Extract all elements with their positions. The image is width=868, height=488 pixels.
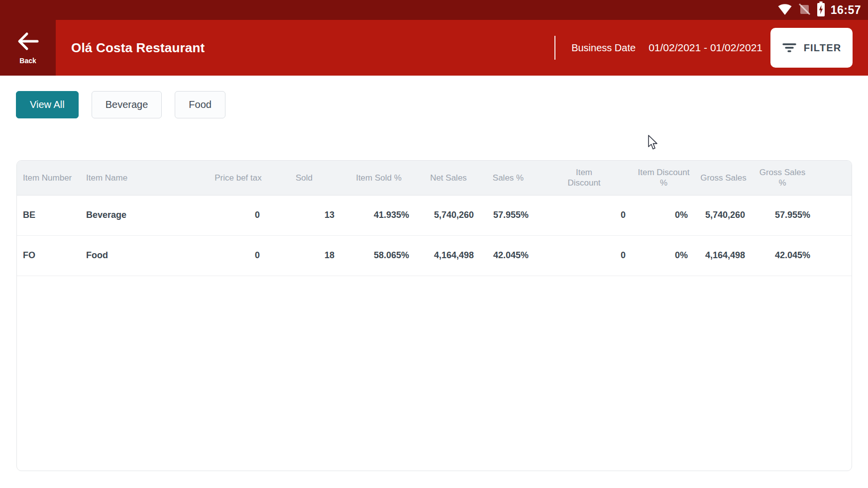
column-header: Item Discount xyxy=(536,161,633,195)
column-header: Sold xyxy=(267,161,341,195)
column-header: Item Discount % xyxy=(633,161,695,195)
column-header: Net Sales xyxy=(416,161,481,195)
wifi-icon xyxy=(777,2,793,18)
status-bar: 16:57 xyxy=(0,0,868,20)
table-cell: Beverage xyxy=(85,195,210,235)
table-row[interactable]: FOFood01858.065%4,164,49842.045%00%4,164… xyxy=(17,235,852,276)
back-label: Back xyxy=(19,57,36,65)
tab-food[interactable]: Food xyxy=(175,91,225,118)
table-cell: Food xyxy=(85,235,210,276)
status-icons: 16:57 xyxy=(777,0,861,20)
app-bar-right: Business Date 01/02/2021 - 01/02/2021 FI… xyxy=(554,28,868,68)
table-row[interactable]: BEBeverage01341.935%5,740,26057.955%00%5… xyxy=(17,195,852,235)
table-cell: 42.045% xyxy=(481,235,536,276)
filter-button[interactable]: FILTER xyxy=(770,28,853,68)
business-date-value[interactable]: 01/02/2021 - 01/02/2021 xyxy=(649,42,762,54)
table-cell: 4,164,498 xyxy=(416,235,481,276)
table-cell: 5,740,260 xyxy=(695,195,752,235)
battery-charging-icon xyxy=(816,1,826,19)
tab-view-all[interactable]: View All xyxy=(16,91,79,118)
sim-disabled-icon xyxy=(798,2,811,18)
app-bar: Olá Costa Restaurant Business Date 01/02… xyxy=(56,20,868,76)
back-arrow-icon xyxy=(15,31,40,54)
column-header: Item Name xyxy=(85,161,210,195)
table-cell: 0% xyxy=(633,195,695,235)
table-cell: 0 xyxy=(536,195,633,235)
table-cell: BE xyxy=(17,195,85,235)
table-cell: 4,164,498 xyxy=(695,235,752,276)
tab-beverage[interactable]: Beverage xyxy=(92,91,162,118)
table-cell: 5,740,260 xyxy=(416,195,481,235)
column-header: Sales % xyxy=(481,161,536,195)
divider xyxy=(554,36,555,60)
table-cell: 0 xyxy=(536,235,633,276)
items-table-card: Item NumberItem NamePrice bef taxSoldIte… xyxy=(16,160,852,471)
table-cell: 57.955% xyxy=(752,195,852,235)
column-header: Price bef tax xyxy=(210,161,267,195)
screen: 16:57 Back Olá Costa Restaurant Business… xyxy=(0,0,868,488)
filter-icon xyxy=(782,42,797,54)
filter-label: FILTER xyxy=(804,42,842,54)
mouse-cursor xyxy=(648,135,660,153)
column-header: Gross Sales % xyxy=(752,161,852,195)
table-cell: 58.065% xyxy=(341,235,416,276)
table-cell: 0 xyxy=(210,235,267,276)
page-title: Olá Costa Restaurant xyxy=(71,40,205,56)
column-header: Gross Sales xyxy=(695,161,752,195)
table-cell: FO xyxy=(17,235,85,276)
table-cell: 0 xyxy=(210,195,267,235)
back-button[interactable]: Back xyxy=(0,20,56,76)
table-cell: 57.955% xyxy=(481,195,536,235)
column-header: Item Number xyxy=(17,161,85,195)
table-cell: 0% xyxy=(633,235,695,276)
table-cell: 42.045% xyxy=(752,235,852,276)
column-header: Item Sold % xyxy=(341,161,416,195)
items-table: Item NumberItem NamePrice bef taxSoldIte… xyxy=(17,161,852,276)
table-cell: 41.935% xyxy=(341,195,416,235)
table-header-row: Item NumberItem NamePrice bef taxSoldIte… xyxy=(17,161,852,195)
status-time: 16:57 xyxy=(831,3,861,17)
filter-tabs: View All Beverage Food xyxy=(16,91,225,118)
table-cell: 13 xyxy=(267,195,341,235)
table-cell: 18 xyxy=(267,235,341,276)
business-date-label: Business Date xyxy=(571,42,636,54)
